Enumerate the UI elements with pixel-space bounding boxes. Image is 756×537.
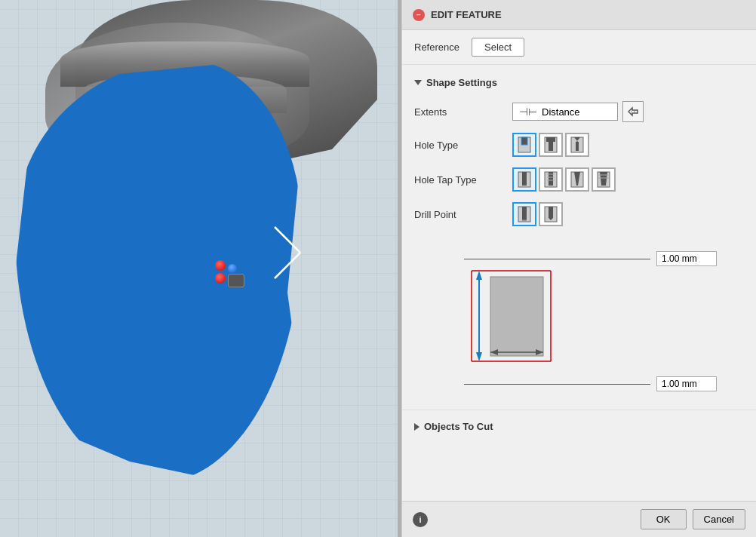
tap-type-simple-btn[interactable] [512, 167, 536, 192]
hole-type-countersink-btn[interactable] [565, 133, 589, 157]
hole-tap-type-row: Hole Tap Type [414, 162, 744, 197]
svg-marker-27 [549, 207, 553, 220]
tap-tapered-icon [568, 170, 586, 189]
tap-tapped-icon [542, 170, 560, 189]
svg-rect-9 [576, 142, 579, 151]
hole-type-counterbore-btn[interactable] [539, 133, 563, 157]
svg-marker-34 [476, 271, 482, 280]
svg-rect-24 [522, 207, 527, 220]
drill-point-row: Drill Point [414, 197, 744, 232]
annotation-markers [215, 260, 244, 287]
drill-point-flat-btn[interactable] [512, 202, 536, 226]
panel-footer: i OK Cancel [402, 501, 756, 537]
hole-type-simple-btn[interactable] [512, 133, 536, 157]
drill-point-label: Drill Point [414, 209, 505, 220]
edit-feature-panel: − EDIT FEATURE Reference Select Shape Se… [401, 0, 756, 537]
header-minus-icon: − [413, 9, 425, 21]
tap-type-tapped-btn[interactable] [539, 167, 563, 192]
select-button[interactable]: Select [472, 38, 524, 57]
bottom-dimension-input[interactable] [656, 376, 717, 391]
hole-type-row: Hole Type [414, 127, 744, 162]
objects-to-cut-header[interactable]: Objects To Cut [414, 416, 744, 437]
extents-value: Distance [542, 106, 580, 118]
drill-angled-icon [542, 205, 560, 223]
extents-label: Extents [414, 106, 505, 118]
info-icon: i [413, 512, 428, 527]
svg-rect-11 [522, 172, 527, 186]
marker-icon [228, 274, 244, 287]
hole-diagram-svg [434, 263, 690, 369]
shape-settings-section: Shape Settings Extents ⊣⊢ Distance [402, 65, 756, 410]
shape-settings-title: Shape Settings [426, 77, 497, 88]
extents-controls: ⊣⊢ Distance [512, 101, 744, 122]
collapse-icon [414, 80, 422, 85]
expand-icon [414, 423, 419, 431]
extents-row: Extents ⊣⊢ Distance [414, 96, 744, 127]
extents-dropdown[interactable]: ⊣⊢ Distance [512, 103, 618, 121]
panel-content: Reference Select Shape Settings Extents … [402, 30, 756, 501]
flip-icon-svg [626, 105, 640, 118]
bottom-line [464, 384, 650, 385]
cancel-button[interactable]: Cancel [693, 509, 745, 529]
distance-icon: ⊣⊢ [519, 106, 537, 118]
flip-button[interactable] [622, 101, 644, 122]
drill-flat-icon [515, 205, 533, 223]
panel-header: − EDIT FEATURE [402, 0, 756, 30]
hole-tap-type-label: Hole Tap Type [414, 174, 505, 186]
marker-red-1 [215, 260, 226, 271]
hole-countersink-icon [568, 136, 586, 154]
tap-simple-icon [515, 170, 533, 189]
objects-to-cut-title: Objects To Cut [424, 421, 493, 432]
hole-simple-icon [515, 136, 533, 154]
hole-counterbore-icon [542, 136, 560, 154]
annotation-arrow [249, 226, 303, 280]
footer-buttons: OK Cancel [641, 509, 745, 529]
svg-rect-6 [549, 142, 553, 151]
tap-type-tapered-btn[interactable] [565, 167, 589, 192]
marker-blue [228, 264, 237, 273]
marker-red-2 [215, 273, 226, 284]
tap-pipe-icon [595, 170, 613, 189]
dim-line-horiz [464, 259, 650, 259]
shape-settings-header[interactable]: Shape Settings [414, 71, 744, 96]
bottom-dim-line [464, 376, 717, 391]
svg-rect-2 [521, 137, 527, 145]
hole-tap-type-buttons [512, 167, 616, 192]
reference-row: Reference Select [402, 30, 756, 65]
3d-viewport[interactable] [0, 0, 398, 537]
drill-point-buttons [512, 202, 563, 226]
hole-type-buttons [512, 133, 589, 157]
reference-label: Reference [414, 41, 459, 53]
ok-button[interactable]: OK [641, 509, 687, 529]
objects-to-cut-section: Objects To Cut [402, 410, 756, 443]
drill-point-angled-btn[interactable] [539, 202, 563, 226]
svg-rect-32 [490, 277, 543, 356]
feature-annotation [215, 234, 306, 302]
svg-rect-5 [546, 137, 555, 142]
panel-title: EDIT FEATURE [431, 9, 502, 20]
hole-diagram-area [426, 242, 732, 393]
svg-marker-35 [476, 352, 482, 361]
tap-type-pipe-btn[interactable] [592, 167, 616, 192]
hole-type-label: Hole Type [414, 140, 505, 151]
